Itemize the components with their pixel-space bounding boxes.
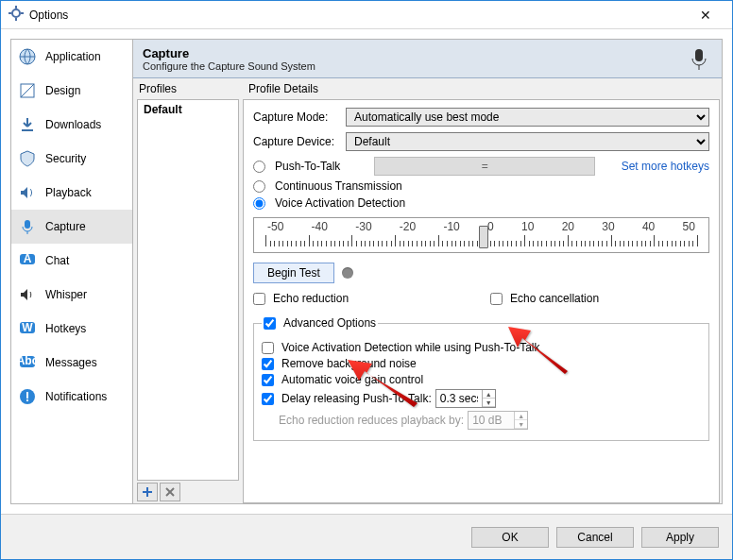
sidebar-item-downloads[interactable]: Downloads: [11, 108, 132, 142]
ptt-label: Push-To-Talk: [275, 160, 340, 173]
sidebar-item-label: Hotkeys: [45, 322, 86, 335]
remove-profile-button[interactable]: [160, 483, 180, 501]
profile-item[interactable]: Default: [138, 100, 238, 119]
echo-red-spinner: ▲▼: [468, 411, 528, 430]
svg-text:Abc: Abc: [18, 354, 37, 367]
adv-agc[interactable]: Automatic voice gain control: [262, 373, 701, 386]
shield-icon: [17, 148, 38, 169]
speaker-icon: [17, 182, 38, 203]
begin-test-button[interactable]: Begin Test: [253, 263, 334, 283]
adv-delay[interactable]: Delay releasing Push-To-Talk:: [262, 392, 432, 405]
sidebar-item-application[interactable]: Application: [11, 40, 132, 74]
titlebar: Options ✕: [1, 1, 732, 29]
svg-rect-18: [695, 49, 703, 61]
sidebar-item-whisper[interactable]: Whisper: [11, 278, 132, 312]
ct-label: Continuous Transmission: [275, 179, 402, 193]
ptt-hotkey-display[interactable]: =: [374, 157, 595, 176]
bell-icon: [17, 386, 38, 407]
sidebar-item-label: Whisper: [45, 288, 87, 301]
sidebar-item-chat[interactable]: AChat: [11, 244, 132, 278]
app-gear-icon: [9, 6, 24, 24]
sidebar-item-label: Downloads: [45, 118, 101, 131]
svg-text:W: W: [22, 321, 33, 334]
whisper-icon: [17, 284, 38, 305]
echo-cancellation-checkbox[interactable]: [490, 293, 503, 305]
content: Application Design Downloads Security Pl…: [1, 29, 732, 514]
details-label: Profile Details: [243, 78, 720, 99]
details-column: Profile Details Capture Mode: Automatica…: [241, 78, 722, 503]
capture-mode-label: Capture Mode:: [253, 110, 340, 124]
options-window: Options ✕ Application Design Downloads S…: [0, 0, 733, 560]
advanced-checkbox[interactable]: [264, 317, 276, 330]
capture-device-select[interactable]: Default: [346, 132, 709, 151]
messages-icon: Abc: [17, 352, 38, 373]
ok-button[interactable]: OK: [471, 527, 549, 548]
profiles-label: Profiles: [133, 78, 241, 99]
sidebar: Application Design Downloads Security Pl…: [10, 39, 133, 504]
svg-rect-17: [26, 399, 28, 401]
echo-reduction-option[interactable]: Echo reduction: [253, 292, 349, 305]
keyboard-icon: W: [17, 318, 38, 339]
header-mic-icon: [686, 45, 712, 72]
capture-mode-select[interactable]: Automatically use best mode: [346, 108, 709, 127]
spinner-down[interactable]: ▼: [483, 399, 495, 407]
sidebar-item-label: Playback: [45, 186, 92, 199]
echo-cancellation-option[interactable]: Echo cancellation: [490, 292, 599, 305]
profiles-list[interactable]: Default: [137, 99, 239, 481]
sidebar-item-label: Messages: [45, 356, 97, 369]
close-button[interactable]: ✕: [687, 1, 724, 28]
profiles-column: Profiles Default: [133, 78, 241, 503]
echo-red-playback-label: Echo reduction reduces playback by:: [279, 414, 464, 427]
adv-vad-ptt[interactable]: Voice Activation Detection while using P…: [262, 341, 701, 354]
svg-rect-8: [25, 220, 30, 229]
sidebar-item-label: Chat: [45, 254, 69, 267]
cancel-button[interactable]: Cancel: [556, 527, 634, 548]
download-icon: [17, 114, 38, 135]
sidebar-item-label: Notifications: [45, 390, 107, 403]
window-title: Options: [29, 8, 687, 22]
sidebar-item-security[interactable]: Security: [11, 142, 132, 176]
globe-icon: [17, 46, 38, 67]
svg-rect-16: [26, 392, 28, 399]
sidebar-item-label: Capture: [45, 220, 86, 233]
panel-subtitle: Configure the Capture Sound System: [143, 60, 686, 72]
ptt-radio[interactable]: [253, 161, 265, 173]
chat-icon: A: [17, 250, 38, 271]
delay-value[interactable]: [436, 390, 482, 407]
echo-reduction-checkbox[interactable]: [253, 293, 265, 305]
advanced-toggle[interactable]: Advanced Options: [264, 316, 376, 330]
vad-label: Voice Activation Detection: [275, 196, 405, 210]
sidebar-item-design[interactable]: Design: [11, 74, 132, 108]
sidebar-item-notifications[interactable]: Notifications: [11, 380, 132, 414]
sidebar-item-label: Application: [45, 50, 101, 63]
svg-text:A: A: [24, 252, 32, 265]
sidebar-item-label: Design: [45, 84, 80, 97]
panel-header: Capture Configure the Capture Sound Syst…: [133, 40, 722, 78]
ct-radio[interactable]: [253, 180, 265, 193]
spinner-up[interactable]: ▲: [483, 390, 495, 399]
sidebar-item-hotkeys[interactable]: WHotkeys: [11, 312, 132, 346]
sidebar-item-playback[interactable]: Playback: [11, 176, 132, 210]
adv-noise[interactable]: Remove background noise: [262, 357, 701, 370]
more-hotkeys-link[interactable]: Set more hotkeys: [622, 160, 709, 173]
sidebar-item-capture[interactable]: Capture: [11, 210, 132, 244]
dialog-footer: OK Cancel Apply: [1, 514, 732, 559]
svg-point-0: [12, 9, 20, 17]
panel-title: Capture: [143, 46, 686, 60]
microphone-icon: [17, 216, 38, 237]
delay-spinner[interactable]: ▲▼: [435, 389, 496, 408]
main-panel: Capture Configure the Capture Sound Syst…: [133, 39, 723, 504]
palette-icon: [17, 80, 38, 101]
add-profile-button[interactable]: [137, 483, 158, 501]
vad-threshold-slider[interactable]: -50-40-30-20-1001020304050: [253, 217, 709, 253]
slider-handle[interactable]: [479, 226, 488, 248]
capture-device-label: Capture Device:: [253, 135, 340, 148]
advanced-options-group: Advanced Options Voice Activation Detect…: [253, 314, 709, 441]
apply-button[interactable]: Apply: [641, 527, 719, 548]
details-box: Capture Mode: Automatically use best mod…: [243, 99, 720, 503]
test-indicator-led: [342, 267, 353, 279]
vad-radio[interactable]: [253, 197, 265, 210]
sidebar-item-messages[interactable]: AbcMessages: [11, 346, 132, 380]
sidebar-item-label: Security: [45, 152, 86, 165]
